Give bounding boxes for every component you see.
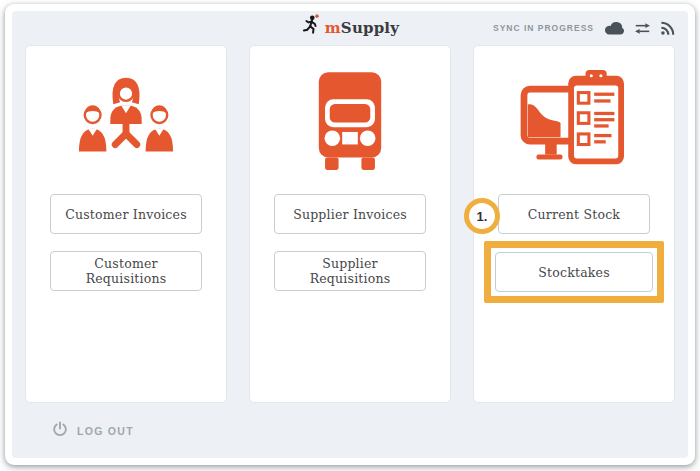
card-stock: 1. [473, 45, 675, 403]
card-customers: Customer Invoices Customer Requisitions [25, 45, 227, 403]
stocktakes-button[interactable]: Stocktakes [495, 252, 653, 292]
customers-icon [67, 62, 185, 178]
wireless-icon[interactable] [660, 21, 675, 36]
brand-prefix: m [325, 19, 341, 37]
brand-suffix: Supply [341, 19, 399, 37]
logout-label: LOG OUT [77, 425, 134, 437]
sync-status-text: SYNC IN PROGRESS [493, 23, 594, 33]
app-background: mSupply SYNC IN PROGRESS [12, 11, 688, 458]
button-gap [50, 234, 202, 251]
app-window: mSupply SYNC IN PROGRESS [5, 4, 695, 465]
footer-bar: LOG OUT [12, 403, 688, 458]
current-stock-button[interactable]: Current Stock [498, 194, 650, 234]
logout-button[interactable]: LOG OUT [52, 421, 134, 441]
cloud-icon[interactable] [603, 20, 625, 36]
customer-invoices-button[interactable]: Customer Invoices [50, 194, 202, 234]
running-man-logo-icon [301, 14, 321, 42]
sync-status-area: SYNC IN PROGRESS [493, 11, 675, 45]
cards-row: Customer Invoices Customer Requisitions [12, 45, 688, 403]
brand-name: mSupply [325, 19, 399, 37]
customer-requisitions-button[interactable]: Customer Requisitions [50, 251, 202, 291]
card-suppliers: Supplier Invoices Supplier Requisitions [249, 45, 451, 403]
customers-buttons: Customer Invoices Customer Requisitions [50, 194, 202, 291]
header-bar: mSupply SYNC IN PROGRESS [12, 11, 688, 45]
brand-logo: mSupply [301, 14, 399, 42]
stocktakes-highlight-box: Stocktakes [484, 241, 664, 303]
power-icon [52, 421, 68, 441]
button-gap [498, 234, 650, 241]
annotation-step-badge: 1. [464, 198, 500, 234]
stock-icon [518, 62, 630, 178]
truck-icon [298, 62, 402, 178]
sync-arrows-icon[interactable] [634, 22, 651, 35]
supplier-invoices-button[interactable]: Supplier Invoices [274, 194, 426, 234]
button-gap [274, 234, 426, 251]
stock-buttons: Current Stock Stocktakes [498, 194, 650, 303]
suppliers-buttons: Supplier Invoices Supplier Requisitions [274, 194, 426, 291]
supplier-requisitions-button[interactable]: Supplier Requisitions [274, 251, 426, 291]
